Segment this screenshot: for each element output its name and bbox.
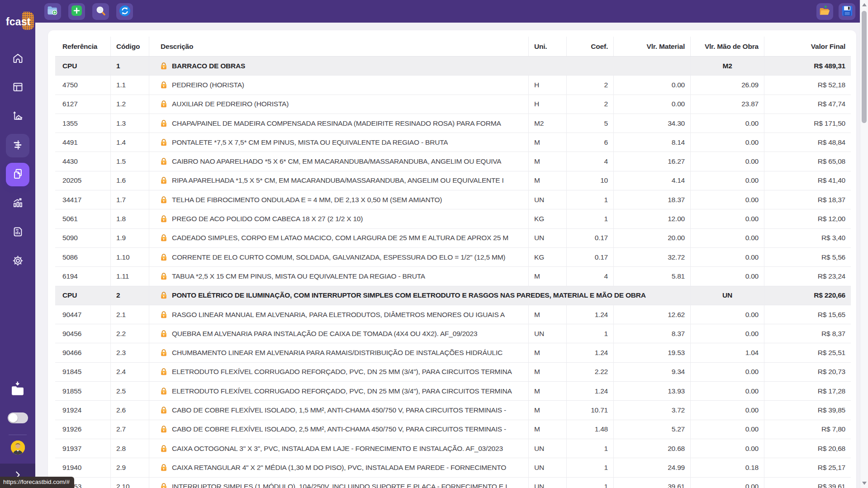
lock-icon[interactable] [161, 234, 167, 242]
theme-toggle[interactable] [8, 412, 28, 423]
cell-codigo: 2.4 [111, 363, 149, 381]
cell-descricao: PREGO DE ACO POLIDO COM CABECA 18 X 27 (… [149, 209, 529, 228]
cell-referencia: 20205 [55, 171, 111, 190]
cell-coef: 1.24 [567, 343, 614, 362]
table-row[interactable]: 47501.1PEDREIRO (HORISTA)H20.0026.09R$ 5… [55, 76, 851, 95]
user-avatar[interactable] [11, 441, 25, 455]
cell-descricao: TELHA DE FIBROCIMENTO ONDULADA E = 4 MM,… [149, 190, 529, 209]
column-header-codigo[interactable]: Código [111, 37, 149, 56]
lock-icon[interactable] [161, 120, 167, 127]
table-row[interactable]: 904472.1RASGO LINEAR MANUAL EM ALVENARIA… [55, 305, 851, 324]
download-folder-button[interactable] [11, 381, 24, 398]
table-row[interactable]: 344171.7TELHA DE FIBROCIMENTO ONDULADA E… [55, 190, 851, 209]
table-row[interactable]: 919262.7CABO DE COBRE FLEXÍVEL ISOLADO, … [55, 420, 851, 439]
sidebar-item-reports[interactable] [6, 221, 29, 244]
column-header-referencia[interactable]: Referência [55, 37, 111, 56]
table-row[interactable]: 50901.9CADEADO SIMPLES, CORPO EM LATAO M… [55, 229, 851, 248]
sidebar-item-analytics[interactable] [6, 192, 29, 215]
lock-icon[interactable] [161, 407, 167, 414]
cell-codigo: 2 [111, 286, 149, 305]
cell-referencia: 4430 [55, 152, 111, 171]
cell-uni: M [529, 343, 567, 362]
lock-icon[interactable] [161, 139, 167, 146]
table-row[interactable]: 13551.3CHAPA/PAINEL DE MADEIRA COMPENSAD… [55, 114, 851, 133]
lock-icon[interactable] [161, 292, 167, 299]
lock-icon[interactable] [161, 445, 167, 452]
lock-icon[interactable] [161, 254, 167, 261]
cell-descricao: QUEBRA EM ALVENARIA PARA INSTALAÇÃO DE C… [149, 324, 529, 343]
magnifier-icon [95, 5, 106, 18]
lock-icon[interactable] [161, 426, 167, 433]
cell-valor-final: R$ 18,37 [764, 190, 851, 209]
lock-icon[interactable] [161, 464, 167, 471]
sidebar-item-projects[interactable] [6, 76, 29, 99]
cell-referencia: 91924 [55, 401, 111, 419]
new-folder-button[interactable] [44, 3, 61, 20]
lock-icon[interactable] [161, 273, 167, 280]
sidebar-item-sheets[interactable] [6, 163, 29, 186]
lock-icon[interactable] [161, 388, 167, 395]
lock-icon[interactable] [161, 196, 167, 204]
lock-icon[interactable] [161, 81, 167, 89]
sidebar-item-settings[interactable] [6, 250, 29, 273]
table-row[interactable]: 44301.5CAIBRO NAO APARELHADO *5 X 6* CM,… [55, 152, 851, 171]
app-logo[interactable]: fcast [6, 12, 34, 31]
lock-icon[interactable] [161, 349, 167, 356]
table-row[interactable]: 918552.5ELETRODUTO FLEXÍVEL CORRUGADO RE… [55, 382, 851, 401]
sidebar-item-home[interactable] [6, 47, 29, 71]
lock-icon[interactable] [161, 368, 167, 375]
scroll-up-arrow-icon[interactable] [862, 3, 867, 6]
table-row[interactable]: 61941.11TABUA *2,5 X 15 CM EM PINUS, MIS… [55, 267, 851, 286]
import-button[interactable] [816, 3, 833, 20]
table-row[interactable]: 918452.4ELETRODUTO FLEXÍVEL CORRUGADO RE… [55, 363, 851, 382]
cell-coef: 0.17 [567, 229, 614, 247]
sidebar-item-structure[interactable] [6, 134, 29, 157]
cell-codigo: 2.10 [111, 478, 149, 488]
cell-vlr-material: 12.62 [614, 305, 691, 324]
table-row[interactable]: 50611.8PREGO DE ACO POLIDO COM CABECA 18… [55, 209, 851, 228]
refresh-button[interactable] [116, 3, 133, 20]
column-header-vlr-material[interactable]: Vlr. Material [614, 37, 691, 56]
table-row[interactable]: 904662.3CHUMBAMENTO LINEAR EM ALVENARIA … [55, 343, 851, 362]
table-row[interactable]: 919402.9CAIXA RETANGULAR 4" X 2" MÉDIA (… [55, 458, 851, 477]
lock-icon[interactable] [161, 100, 167, 108]
column-header-vlr-mao-de-obra[interactable]: Vlr. Mão de Obra [691, 37, 764, 56]
column-header-valor-final[interactable]: Valor Final [764, 37, 851, 56]
save-button[interactable] [839, 3, 855, 20]
lock-icon[interactable] [161, 311, 167, 318]
sidebar-item-takeoff[interactable] [6, 105, 29, 128]
lock-icon[interactable] [161, 330, 167, 337]
cell-descricao: CAIBRO NAO APARELHADO *5 X 6* CM, EM MAC… [149, 152, 529, 171]
table-row[interactable]: 50861.10CORRENTE DE ELO CURTO COMUM, SOL… [55, 248, 851, 267]
table-row[interactable]: 44911.4PONTALETE *7,5 X 7,5* CM EM PINUS… [55, 133, 851, 152]
lock-icon[interactable] [161, 158, 167, 165]
table-row[interactable]: 904562.2QUEBRA EM ALVENARIA PARA INSTALA… [55, 324, 851, 343]
column-header-uni[interactable]: Uni. [529, 37, 567, 56]
table-row[interactable]: 919372.8CAIXA OCTOGONAL 3" X 3", PVC, IN… [55, 439, 851, 458]
table-row[interactable]: 202051.6RIPA APARELHADA *1,5 X 5* CM, EM… [55, 171, 851, 190]
search-button[interactable] [92, 3, 109, 20]
floppy-disk-icon [842, 5, 853, 18]
add-button[interactable] [68, 3, 85, 20]
cell-vlr-mao-de-obra: 0.00 [691, 152, 764, 171]
lock-icon[interactable] [161, 62, 167, 70]
column-header-coef[interactable]: Coef. [567, 37, 614, 56]
lock-icon[interactable] [161, 177, 167, 184]
cell-uni: UN [529, 458, 567, 477]
cell-vlr-material: 20.00 [614, 229, 691, 247]
lock-icon[interactable] [161, 215, 167, 223]
group-row[interactable]: CPU2PONTO ELÉTRICO DE ILUMINAÇÃO, COM IN… [55, 286, 851, 305]
table-row[interactable]: 919532.10INTERRUPTOR SIMPLES (1 MÓDULO),… [55, 478, 851, 488]
scroll-down-arrow-icon[interactable] [862, 482, 867, 485]
cell-codigo: 1.7 [111, 190, 149, 209]
cell-uni: UN [529, 190, 567, 209]
cell-descricao: INTERRUPTOR SIMPLES (1 MÓDULO), 10A/250V… [149, 478, 529, 488]
table-row[interactable]: 61271.2AUXILIAR DE PEDREIRO (HORISTA)H20… [55, 95, 851, 114]
vertical-scrollbar[interactable] [860, 0, 868, 488]
column-header-descricao[interactable]: Descrição [149, 37, 529, 56]
cell-referencia: 5086 [55, 248, 111, 266]
scrollbar-thumb[interactable] [862, 11, 867, 123]
lock-icon[interactable] [161, 483, 167, 488]
table-row[interactable]: 919242.6CABO DE COBRE FLEXÍVEL ISOLADO, … [55, 401, 851, 420]
group-row[interactable]: CPU1BARRACO DE OBRASM2R$ 489,31 [55, 57, 851, 76]
